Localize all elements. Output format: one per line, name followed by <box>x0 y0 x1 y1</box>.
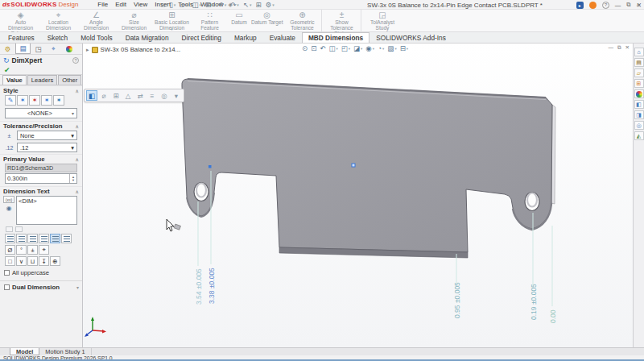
justify-right-button[interactable] <box>27 234 38 243</box>
location-dimension-button[interactable]: ⌖ Location Dimension <box>39 10 77 31</box>
justify-center-button[interactable] <box>16 234 27 243</box>
expand-caret-icon[interactable]: ▾ <box>76 284 79 290</box>
section-view-icon[interactable]: ◫▾ <box>328 44 337 52</box>
set-default-style-icon[interactable]: ✎ <box>5 95 16 106</box>
dropdown-arrow-icon[interactable]: ▾ <box>225 2 227 7</box>
design-library-icon[interactable]: ▤ <box>634 58 644 67</box>
vertex-marker[interactable] <box>208 165 212 168</box>
dimension-text-input[interactable]: <DIM> <box>16 196 77 225</box>
dropdown-arrow-icon[interactable]: ▾ <box>349 47 350 51</box>
previous-view-icon[interactable]: ↶ <box>320 44 325 52</box>
help-icon[interactable]: ? <box>602 2 609 9</box>
palette-arrows-icon[interactable]: ⇄ <box>134 90 146 101</box>
datum-button[interactable]: ▭ Datum <box>229 10 250 31</box>
tab-other[interactable]: Other <box>58 75 81 85</box>
custom-properties-icon[interactable]: ◧ <box>634 100 644 109</box>
tab-data-migration[interactable]: Data Migration <box>119 32 175 43</box>
eye-icon[interactable]: ◉ <box>3 205 14 212</box>
depth-symbol-button[interactable]: ↧ <box>39 256 49 266</box>
dropdown-arrow-icon[interactable]: ▾ <box>199 2 201 7</box>
all-uppercase-checkbox[interactable] <box>4 270 10 276</box>
angle-dimension-button[interactable]: ∠ Angle Dimension <box>77 10 115 31</box>
countersink-symbol-button[interactable]: ∨ <box>16 256 27 266</box>
dropdown-arrow-icon[interactable]: ▾ <box>171 27 173 31</box>
measure-icon[interactable]: ◭ <box>634 131 644 140</box>
square-symbol-button[interactable]: □ <box>5 256 15 266</box>
menu-view[interactable]: View <box>134 1 147 8</box>
redo-icon[interactable]: ↷▾ <box>230 1 239 9</box>
menu-edit[interactable]: Edit <box>115 1 126 8</box>
geometric-tolerance-button[interactable]: ⊕ Geometric Tolerance <box>284 10 322 31</box>
configuration-manager-tab[interactable]: ◳ <box>31 44 46 54</box>
model-tab[interactable]: Model <box>10 348 39 355</box>
dimension-name-field[interactable]: RD1@Schema3D <box>5 164 77 172</box>
solidworks-resources-icon[interactable]: ⌂ <box>634 48 644 56</box>
tab-mbd-dimensions[interactable]: MBD Dimensions <box>302 32 369 43</box>
print-icon[interactable]: ⊟▾ <box>205 1 214 9</box>
document-restore-button[interactable]: ⧉ <box>617 44 621 51</box>
apply-settings-icon[interactable]: ⊞ <box>256 1 262 9</box>
feature-manager-tab[interactable]: ⚙ <box>0 44 15 54</box>
datum-target-button[interactable]: ◎ Datum Target <box>250 10 284 31</box>
dropdown-arrow-icon[interactable]: ▾ <box>394 47 396 51</box>
flyout-feature-tree[interactable]: ▸ SW-3x 0S Balance to 2x14... <box>86 46 180 53</box>
document-minimize-button[interactable]: — <box>608 44 613 51</box>
dropdown-arrow-icon[interactable]: ▾ <box>407 47 408 51</box>
auto-dimension-scheme-button[interactable]: ◈ Auto Dimension Scheme <box>2 10 39 31</box>
pack-and-go-icon[interactable]: ◨ <box>634 110 644 119</box>
basic-location-dimension-button[interactable]: ⊞ Basic Location Dimension ▾ <box>153 10 191 31</box>
apply-scene-icon[interactable]: ▨▾ <box>387 44 396 52</box>
new-document-icon[interactable]: ▯▾ <box>169 1 175 9</box>
dropdown-arrow-icon[interactable]: ▾ <box>272 2 275 7</box>
palette-text-icon[interactable]: ≡ <box>147 90 158 101</box>
diameter-symbol-button[interactable]: Ø <box>5 245 15 255</box>
justify-bottom-button[interactable] <box>61 234 72 243</box>
tab-mold-tools[interactable]: Mold Tools <box>74 32 119 43</box>
dropdown-arrow-icon[interactable]: ▾ <box>361 47 362 51</box>
palette-inspection-icon[interactable]: ◎ <box>159 90 170 101</box>
hide-show-items-icon[interactable]: ◉▾ <box>365 44 374 52</box>
tab-features[interactable]: Features <box>2 32 41 43</box>
tab-value[interactable]: Value <box>2 75 27 85</box>
dimension-0.00[interactable]: 0.00 <box>549 226 557 323</box>
origin-point-marker[interactable] <box>352 164 355 167</box>
dropdown-arrow-icon[interactable]: ▾ <box>186 2 188 7</box>
view-palette-icon[interactable]: ⊞ <box>634 79 644 88</box>
plus-minus-symbol-button[interactable]: ± <box>27 245 38 255</box>
display-style-icon[interactable]: ◪▾ <box>353 44 362 52</box>
save-style-icon[interactable]: ✶ <box>41 95 52 106</box>
value-spinner[interactable]: ▲▼ <box>69 174 76 183</box>
load-style-icon[interactable]: ✶ <box>53 95 64 106</box>
center-symbol-button[interactable]: ⌖ <box>39 245 49 255</box>
property-manager-tab[interactable]: ▤ <box>15 44 31 54</box>
dimxpert-manager-tab[interactable]: ⌖ <box>46 44 61 54</box>
zoom-area-icon[interactable]: ⊡ <box>311 44 316 52</box>
graphics-viewport[interactable]: 3.54 ±0.0053.38 ±0.0050.95 ±0.0050.19 ±0… <box>83 44 633 347</box>
dropdown-arrow-icon[interactable]: ▾ <box>237 2 239 7</box>
restore-button[interactable]: ⧉ <box>626 1 630 9</box>
tab-direct-editing[interactable]: Direct Editing <box>175 32 228 43</box>
pattern-feature-button[interactable]: ∷ Pattern Feature <box>191 10 229 31</box>
display-manager-tab[interactable] <box>61 44 76 54</box>
tab-evaluate[interactable]: Evaluate <box>263 32 302 43</box>
counterbore-symbol-button[interactable]: ⊔ <box>27 256 38 266</box>
justify-top-button[interactable] <box>39 234 49 243</box>
palette-style-icon[interactable]: ◧ <box>86 90 97 101</box>
login-icon[interactable] <box>589 2 597 9</box>
dropdown-arrow-icon[interactable]: ▾ <box>212 2 214 7</box>
show-tolerance-status-button[interactable]: ± Show Tolerance Status <box>324 10 361 31</box>
file-explorer-icon[interactable]: ▱ <box>634 68 644 77</box>
dual-dimension-checkbox[interactable] <box>4 284 10 290</box>
minimize-button[interactable]: — <box>615 2 621 9</box>
tab-markup[interactable]: Markup <box>228 32 263 43</box>
dropdown-arrow-icon[interactable]: ▾ <box>373 47 374 51</box>
home-icon[interactable]: ⌂ <box>161 1 165 9</box>
dimension-text-option-icon[interactable] <box>6 226 13 232</box>
style-section-header[interactable]: Style∧ <box>0 85 82 94</box>
search-icon[interactable]: ▸ <box>576 2 584 9</box>
dropdown-arrow-icon[interactable]: ▾ <box>250 2 252 7</box>
document-close-button[interactable]: ✕ <box>625 44 630 51</box>
expand-arrow-icon[interactable]: ▸ <box>86 47 89 53</box>
palette-tolerance-icon[interactable]: ⌀ <box>98 90 109 101</box>
dropdown-arrow-icon[interactable]: ▾ <box>336 47 337 51</box>
